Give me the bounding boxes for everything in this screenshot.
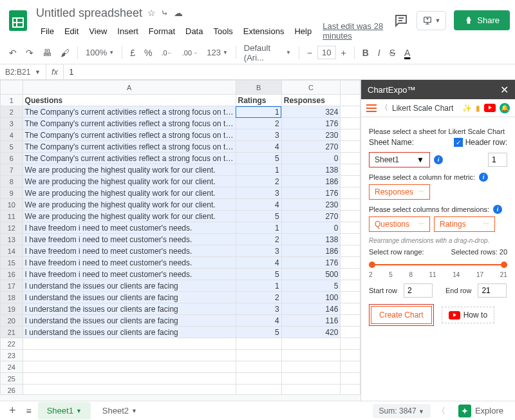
end-row-input[interactable] (478, 283, 507, 298)
cell[interactable] (23, 350, 236, 361)
cell[interactable]: 5 (236, 153, 281, 164)
text-color-icon[interactable]: A (400, 45, 414, 61)
cell[interactable] (23, 373, 236, 385)
sheet-name-dropdown[interactable]: Sheet1▼ (369, 152, 430, 167)
cell[interactable]: 5 (236, 327, 281, 338)
row-header[interactable]: 15 (1, 257, 23, 269)
cell[interactable] (281, 361, 341, 373)
cell[interactable]: We are producing the highest quality wor… (23, 199, 236, 211)
cell[interactable]: 270 (281, 141, 341, 153)
cell[interactable] (341, 385, 360, 395)
undo-icon[interactable]: ↶ (5, 45, 21, 61)
menu-file[interactable]: File (36, 24, 59, 39)
italic-icon[interactable]: I (374, 45, 384, 61)
cell[interactable]: 2 (236, 292, 281, 303)
cell[interactable]: The Company's current activities reflect… (23, 129, 236, 141)
spreadsheet-grid[interactable]: A B C 1 Questions Ratings Responses 2 Th… (0, 80, 360, 401)
row-header[interactable]: 4 (1, 129, 23, 141)
row-header[interactable]: 20 (1, 315, 23, 327)
cell[interactable]: 5 (236, 211, 281, 222)
row-range-slider[interactable] (369, 261, 507, 269)
cell[interactable]: 230 (281, 199, 341, 211)
cell[interactable]: I have freedom i need to meet customer's… (23, 269, 236, 280)
present-button[interactable]: ▼ (417, 11, 446, 30)
cell[interactable] (341, 211, 360, 222)
tab-sheet1[interactable]: Sheet1▼ (38, 402, 91, 419)
last-edit-link[interactable]: Last edit was 28 minutes (323, 21, 393, 41)
cell[interactable]: I understand the issues our clients are … (23, 292, 236, 303)
font-size-plus[interactable]: + (337, 45, 350, 61)
cell[interactable]: The Company's current activities reflect… (23, 106, 236, 118)
cell[interactable] (281, 385, 341, 395)
cell[interactable] (236, 385, 281, 395)
row-header[interactable]: 19 (1, 303, 23, 315)
percent-icon[interactable]: % (140, 45, 156, 61)
number-format-dropdown[interactable]: 123▼ (203, 45, 232, 60)
row-header[interactable]: 2 (1, 106, 23, 118)
row-header[interactable]: 16 (1, 269, 23, 280)
currency-icon[interactable]: £ (126, 45, 139, 61)
cell[interactable]: 500 (281, 269, 341, 280)
menu-edit[interactable]: Edit (60, 24, 83, 39)
cell[interactable]: 5 (236, 269, 281, 280)
metric-dropdown[interactable]: Responses﹀ (369, 184, 430, 200)
add-sheet-icon[interactable]: + (5, 401, 20, 420)
cell[interactable]: 2 (236, 118, 281, 129)
select-all-corner[interactable] (1, 81, 23, 95)
col-header-c[interactable]: C (281, 81, 341, 95)
cell[interactable]: 138 (281, 234, 341, 245)
cell[interactable]: 146 (281, 303, 341, 315)
cell[interactable]: 2 (236, 176, 281, 187)
cell[interactable]: The Company's current activities reflect… (23, 118, 236, 129)
bell-icon[interactable]: 🔔 (500, 103, 510, 113)
cell[interactable] (281, 373, 341, 385)
cell[interactable]: 1 (236, 280, 281, 292)
row-header[interactable]: 6 (1, 153, 23, 164)
row-header[interactable]: 8 (1, 176, 23, 187)
cell[interactable]: 324 (281, 106, 341, 118)
cell[interactable]: The Company's current activities reflect… (23, 141, 236, 153)
cell[interactable]: 0 (281, 222, 341, 234)
comments-icon[interactable] (393, 13, 409, 28)
col-header-a[interactable]: A (23, 81, 236, 95)
row-header[interactable]: 9 (1, 187, 23, 199)
cell[interactable]: 270 (281, 211, 341, 222)
cell[interactable] (341, 350, 360, 361)
cell[interactable]: 176 (281, 257, 341, 269)
cell[interactable]: 4 (236, 199, 281, 211)
wand-icon[interactable]: ✨ (462, 104, 472, 113)
cell[interactable]: 186 (281, 176, 341, 187)
cell[interactable]: 3 (236, 245, 281, 257)
row-header[interactable]: 18 (1, 292, 23, 303)
cell[interactable] (341, 141, 360, 153)
cell[interactable]: I have freedom i need to meet customer's… (23, 245, 236, 257)
cell[interactable]: 176 (281, 187, 341, 199)
paint-format-icon[interactable]: 🖌 (57, 45, 73, 61)
row-header[interactable]: 25 (1, 373, 23, 385)
print-icon[interactable]: 🖶 (39, 45, 55, 61)
header-row-checkbox[interactable]: ✓ (454, 138, 463, 147)
cell[interactable]: 230 (281, 129, 341, 141)
cell[interactable]: 3 (236, 129, 281, 141)
menu-data[interactable]: Data (181, 24, 207, 39)
cell[interactable]: Questions (23, 95, 236, 106)
dimension2-dropdown[interactable]: Ratings﹀ (434, 216, 495, 232)
cell[interactable] (341, 187, 360, 199)
cell[interactable] (341, 176, 360, 187)
sum-display[interactable]: Sum: 3847 ▼ (373, 404, 431, 418)
youtube-icon[interactable] (484, 104, 496, 112)
share-button[interactable]: Share (454, 10, 510, 30)
cell[interactable] (341, 257, 360, 269)
row-header[interactable]: 17 (1, 280, 23, 292)
row-header[interactable]: 22 (1, 338, 23, 350)
cell[interactable] (23, 338, 236, 350)
dimension1-dropdown[interactable]: Questions﹀ (369, 216, 430, 232)
cell[interactable] (341, 338, 360, 350)
row-header[interactable]: 10 (1, 199, 23, 211)
cell[interactable]: 138 (281, 164, 341, 176)
cell[interactable]: The Company's current activities reflect… (23, 153, 236, 164)
row-header[interactable]: 24 (1, 361, 23, 373)
cell[interactable] (341, 245, 360, 257)
cell[interactable] (341, 106, 360, 118)
font-size-minus[interactable]: − (303, 45, 316, 61)
